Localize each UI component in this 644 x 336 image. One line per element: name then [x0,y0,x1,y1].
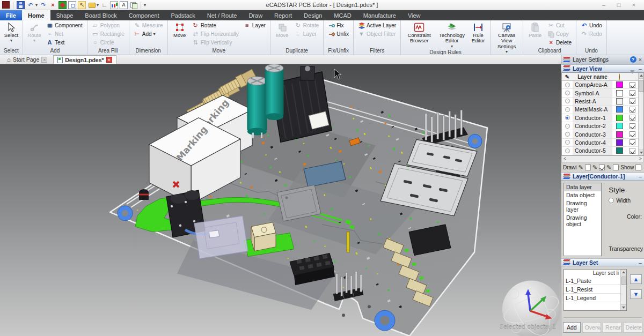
width-radio-row[interactable]: Width [609,197,643,204]
color-swatch[interactable] [616,81,623,88]
undo-icon[interactable]: ↶ [26,1,34,9]
radio-icon[interactable] [609,198,614,203]
maximize-button[interactable]: □ [615,2,623,8]
component-button[interactable]: Component [45,21,84,29]
redo-button[interactable]: ↷ Redo [579,30,604,38]
tab-home[interactable]: Home [22,10,50,20]
duplicate-layer-button[interactable]: ≡ Layer [293,30,320,38]
color-swatch[interactable] [616,123,623,129]
canvas-view-settings-button[interactable]: Canvas View Settings ▾ [493,21,520,55]
drawing-checkbox[interactable] [613,165,619,170]
unfix-button[interactable]: Unfix [326,30,350,38]
tab-design1[interactable]: Design1.pdes* × [53,55,116,64]
overwrite-button[interactable]: Overwrite [582,322,601,333]
move-button[interactable]: Move [171,21,189,39]
fix-button[interactable]: Fix [326,21,350,29]
close-button[interactable]: × [630,2,638,8]
panel-titlebar[interactable]: Layer Settings ? × [561,55,644,64]
list-item-drawing-layer[interactable]: Drawing layer [564,199,601,214]
polygon-button[interactable]: ▱ Polygon [90,21,126,29]
rotate-button[interactable]: ↻ Rotate [191,21,240,29]
tab-report[interactable]: Report [268,10,298,20]
tab-board-block[interactable]: Board Block [79,10,122,20]
balloon-note-icon[interactable] [87,1,96,9]
scroll-up-icon[interactable] [639,73,643,79]
visible-checkbox[interactable] [630,139,635,145]
color-swatch[interactable] [616,90,623,96]
visible-checkbox[interactable] [630,82,635,88]
layer-row-conductor-2[interactable]: Conductor-2 [562,122,638,130]
minimize-button[interactable]: – [600,2,608,8]
list-item-data-object[interactable]: Data object [564,191,601,199]
show-checkbox[interactable] [635,165,641,170]
layer-row-resist-a[interactable]: Resist-A [562,98,638,106]
qat-more-icon[interactable]: ▾ [144,3,146,8]
visible-checkbox[interactable] [630,90,635,96]
undo-button[interactable]: ↶ Undo [579,21,604,29]
flip-vertical-button[interactable]: ⇅ Flip Vertically [191,39,240,47]
tab-padstack[interactable]: Padstack [165,10,201,20]
color-swatch[interactable] [616,106,623,113]
route-button[interactable]: Route ▾ [26,21,43,43]
pen-icon[interactable]: ✎ [606,164,611,171]
constraint-browser-button[interactable]: Constraint Browser [404,21,435,44]
tab-draw[interactable]: Draw [243,10,268,20]
layer-row-conductor-1[interactable]: Conductor-1 [562,114,638,122]
measure-button[interactable]: ✎ Measure [132,21,165,29]
save-icon[interactable] [17,1,25,9]
layer-radio[interactable] [565,99,570,103]
rectangle-button[interactable]: ▭ Rectangle [90,30,126,38]
grid-pattern-icon[interactable] [58,1,67,9]
move-up-button[interactable]: ▲ [630,274,642,284]
tab-mcad[interactable]: MCAD [328,10,357,20]
layer-radio[interactable] [565,107,570,112]
visible-checkbox[interactable] [630,98,635,104]
scroll-left-icon[interactable]: < [564,156,566,161]
tab-start-page[interactable]: ⌂ Start Page × [3,55,51,64]
layer-row-conductor-5[interactable]: Conductor-5 [562,147,638,155]
scroll-up-icon[interactable] [621,270,626,275]
layer-set-item[interactable]: L-1_Legend [564,294,620,302]
visible-checkbox[interactable] [630,115,635,121]
list-item-data-layer[interactable]: Data layer [564,183,601,191]
active-layer-button[interactable]: Active Layer [356,21,398,29]
tab-design[interactable]: Design [298,10,328,20]
paste-button[interactable]: Paste [526,21,544,39]
section-layer-conductor-1[interactable]: Layer[Conductor-1] – [561,173,644,181]
redo-icon[interactable]: ↷ [39,1,47,9]
add-button[interactable]: Add [563,322,581,333]
visible-checkbox[interactable] [630,148,635,154]
layer-radio[interactable] [565,91,570,95]
drawing-checkbox-checked[interactable] [599,165,605,170]
layer-radio[interactable] [565,124,570,129]
layer-row-symbol-a[interactable]: Symbol-A [562,89,638,97]
duplicate-rotate-button[interactable]: ↻ Rotate [293,21,320,29]
layer-set-scrollbar[interactable] [620,270,626,310]
list-item-drawing-object[interactable]: Drawing object [564,214,601,228]
pcb-3d-view[interactable]: Marking Marking [0,64,561,336]
tab-file[interactable]: File [0,10,22,20]
color-swatch[interactable] [616,98,623,104]
layer-row-conductor-3[interactable]: Conductor-3 [562,130,638,138]
scroll-thumb[interactable] [621,277,626,285]
circle-button[interactable]: ○ Circle [90,39,126,47]
layer-table-scrollbar[interactable] [638,73,643,155]
layer-set-item[interactable]: L-1_Paste [564,277,620,285]
layer-radio-selected[interactable] [565,115,570,120]
tab-shape[interactable]: Shape [50,10,79,20]
move-down-button[interactable]: ▼ [630,289,642,299]
layer-set-item[interactable]: L-1_Resist [564,285,620,294]
copy-button[interactable]: Copy [546,30,573,38]
text-button[interactable]: A Text [45,39,84,47]
pen-icon[interactable]: ✎ [579,164,583,171]
collapse-icon[interactable]: – [639,259,642,266]
visible-checkbox[interactable] [630,123,635,129]
scroll-right-icon[interactable]: > [639,156,642,161]
layer-radio[interactable] [565,132,570,137]
layer-radio[interactable] [565,148,570,153]
object-filter-button[interactable]: ▼ Object Filter [356,30,398,38]
beige-relay[interactable] [251,222,276,251]
scroll-down-icon[interactable] [621,304,626,310]
documents-icon[interactable] [129,1,137,9]
undo-caret-icon[interactable]: ▾ [35,3,38,8]
